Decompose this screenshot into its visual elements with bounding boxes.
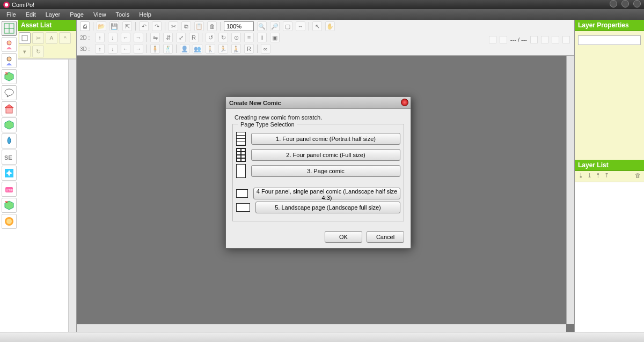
2d-down-icon[interactable]: ↓ [108, 33, 118, 42]
3d-char1-icon[interactable]: 👤 [180, 44, 189, 54]
character-female-icon[interactable] [2, 37, 17, 52]
3d-char4-icon[interactable]: 🏃 [218, 44, 228, 54]
3d-pose2-icon[interactable]: 🕺 [163, 44, 173, 54]
3d-pose1-icon[interactable]: 🧍 [150, 44, 160, 54]
layer-down-icon[interactable]: ⭳ [578, 172, 584, 181]
menu-file[interactable]: File [2, 10, 20, 19]
2d-flip-h-icon[interactable]: ⇋ [150, 33, 160, 42]
option-4-button[interactable]: 4 Four panel, single panel comic (Landsc… [253, 188, 400, 199]
delete-icon[interactable]: 🗑 [207, 21, 217, 31]
dialog-close-icon[interactable] [401, 99, 408, 106]
2d-left-icon[interactable]: ← [121, 33, 130, 42]
cancel-button[interactable]: Cancel [367, 231, 404, 243]
zoom-out-icon[interactable]: 🔎 [270, 21, 280, 31]
open-icon[interactable]: 📂 [97, 21, 106, 31]
cube-3d-icon[interactable]: 3D [2, 69, 17, 84]
2d-flip-v-icon[interactable]: ⇵ [163, 33, 173, 42]
paste-icon[interactable]: 📋 [194, 21, 204, 31]
minimize-button[interactable] [610, 0, 617, 8]
droplet-icon[interactable] [2, 133, 17, 148]
2d-center-icon[interactable]: ⊙ [231, 33, 241, 42]
canvas-scrollbar-vertical[interactable] [566, 56, 574, 324]
layer-bottom-icon[interactable]: ⤓ [587, 172, 592, 181]
2d-group-icon[interactable]: ▣ [270, 33, 280, 42]
speech-bubble-icon[interactable] [2, 85, 17, 100]
export-icon[interactable]: ⇱ [122, 21, 132, 31]
sparkle-icon[interactable] [2, 166, 17, 181]
menu-edit[interactable]: Edit [21, 10, 40, 19]
hand-icon[interactable]: ✋ [325, 21, 335, 31]
se-text-icon[interactable]: SE [2, 150, 17, 165]
menu-tools[interactable]: Tools [112, 10, 134, 19]
layout-icon[interactable] [2, 21, 17, 36]
last-page-icon[interactable] [562, 36, 570, 43]
3d-left-icon[interactable]: ← [121, 44, 130, 54]
asset-list-title: Asset List [18, 20, 76, 31]
close-window-button[interactable] [633, 0, 641, 8]
2d-rotate-ccw-icon[interactable]: ↺ [206, 33, 215, 42]
character-male-icon[interactable] [2, 53, 17, 68]
cube-green-icon[interactable] [2, 117, 17, 132]
3d-up-icon[interactable]: ↑ [95, 44, 105, 54]
3d-reset-icon[interactable]: R [244, 44, 254, 54]
fit-icon[interactable]: ▢ [283, 21, 292, 31]
first-page-icon[interactable] [530, 36, 538, 43]
menu-page[interactable]: Page [65, 10, 88, 19]
option-5-button[interactable]: 5. Landscape page (Landscape full size) [255, 202, 400, 213]
3d-link-icon[interactable]: ∞ [261, 44, 270, 54]
3d-char5-icon[interactable]: 🧎 [231, 44, 241, 54]
copy-icon[interactable]: ⧉ [181, 21, 191, 31]
3d-right-icon[interactable]: → [134, 44, 143, 54]
redo-icon[interactable]: ↷ [152, 21, 162, 31]
zoom-in-icon[interactable]: 🔍 [257, 21, 267, 31]
property-field[interactable] [578, 35, 641, 45]
layer-delete-icon[interactable]: 🗑 [635, 172, 641, 181]
user-lion-icon[interactable] [2, 214, 17, 229]
building-icon[interactable] [2, 101, 17, 116]
pointer-icon[interactable]: ↖ [312, 21, 322, 31]
menu-layer[interactable]: Layer [41, 10, 65, 19]
new-page-icon[interactable] [489, 36, 496, 43]
menu-view[interactable]: View [89, 10, 111, 19]
status-bar [0, 332, 644, 342]
menu-help[interactable]: Help [135, 10, 156, 19]
asset-refresh-icon[interactable]: ↻ [32, 46, 44, 57]
maximize-button[interactable] [621, 0, 629, 8]
option-4-shape-icon [236, 189, 248, 198]
option-2-button[interactable]: 2. Four panel comic (Full size) [251, 149, 400, 161]
save-icon[interactable]: 💾 [109, 21, 119, 31]
undo-icon[interactable]: ↶ [139, 21, 149, 31]
layer-top-icon[interactable]: ⤒ [604, 172, 609, 181]
user-pink-icon[interactable]: USER [2, 182, 17, 197]
option-3-button[interactable]: 3. Page comic [251, 165, 400, 177]
3d-down-icon[interactable]: ↓ [108, 44, 118, 54]
ok-button[interactable]: OK [325, 231, 362, 243]
user-cube-icon[interactable]: 3D [2, 198, 17, 213]
dialog-title-bar[interactable]: Create New Comic [226, 97, 411, 109]
print-icon[interactable]: ⎙ [80, 21, 90, 31]
asset-text-a-icon[interactable]: A [46, 32, 57, 44]
option-1-button[interactable]: 1. Four panel comic (Portrait half size) [251, 133, 400, 145]
2d-scale-icon[interactable]: ⤢ [176, 33, 186, 42]
layer-up-icon[interactable]: ⭱ [595, 172, 601, 181]
asset-dropdown-icon[interactable]: ▾ [19, 46, 31, 57]
2d-reset-icon[interactable]: R [189, 33, 199, 42]
asset-text-small-icon[interactable]: ᴬ [59, 32, 71, 44]
cut-icon[interactable]: ✂ [169, 21, 178, 31]
2d-up-icon[interactable]: ↑ [95, 33, 105, 42]
2d-rotate-cw-icon[interactable]: ↻ [218, 33, 228, 42]
2d-right-icon[interactable]: → [134, 33, 143, 42]
asset-scrollbar[interactable] [68, 60, 76, 332]
next-page-icon[interactable] [552, 36, 559, 43]
3d-char3-icon[interactable]: 🚶 [206, 44, 215, 54]
2d-align-icon[interactable]: ≡ [244, 33, 254, 42]
actual-icon[interactable]: ↔ [296, 21, 305, 31]
prev-page-icon[interactable] [541, 36, 548, 43]
3d-char2-icon[interactable]: 👥 [193, 44, 202, 54]
2d-distribute-icon[interactable]: ⫴ [257, 33, 267, 42]
delete-page-icon[interactable] [500, 36, 507, 43]
asset-cut-icon[interactable]: ✂ [32, 32, 44, 44]
asset-import-icon[interactable] [19, 32, 31, 44]
canvas-scrollbar-horizontal[interactable] [77, 324, 566, 332]
zoom-input[interactable] [224, 21, 254, 31]
